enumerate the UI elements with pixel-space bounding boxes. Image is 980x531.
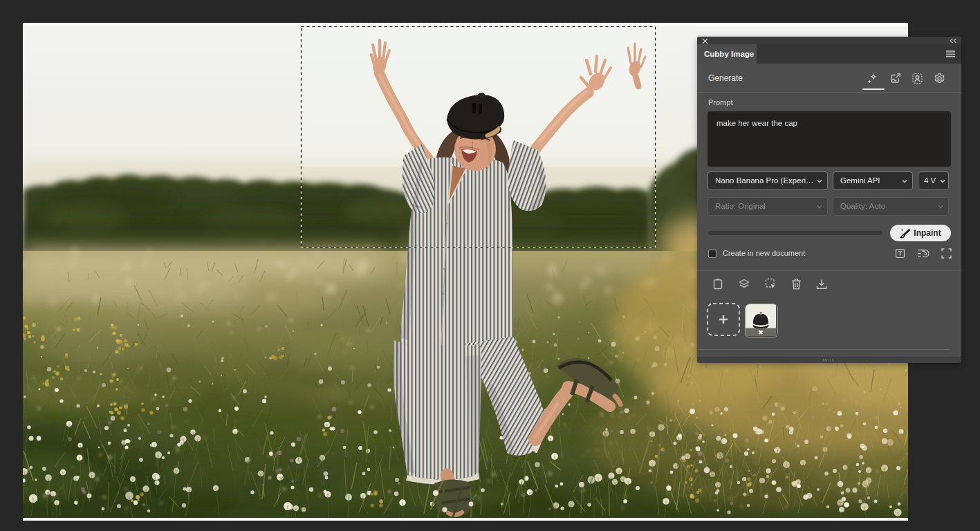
- svg-text:5: 5: [924, 250, 927, 257]
